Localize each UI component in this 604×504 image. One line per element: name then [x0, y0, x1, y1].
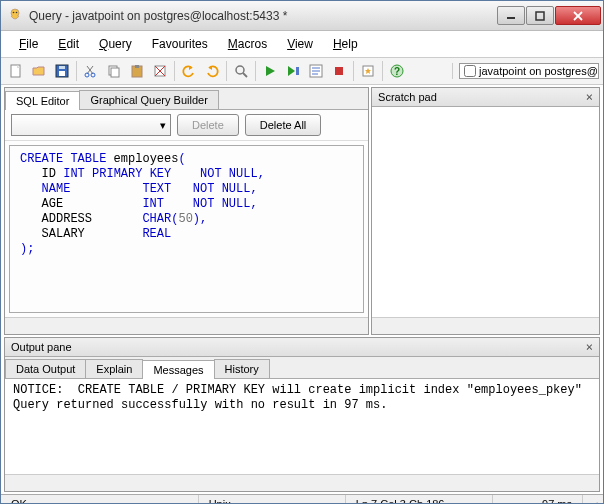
- svg-rect-29: [335, 67, 343, 75]
- scratch-hscrollbar[interactable]: [372, 317, 599, 334]
- svg-rect-16: [111, 68, 119, 77]
- svg-point-2: [16, 11, 18, 13]
- menu-query[interactable]: Query: [91, 35, 140, 53]
- help-icon[interactable]: ?: [386, 60, 408, 82]
- svg-point-1: [13, 11, 15, 13]
- menu-edit[interactable]: Edit: [50, 35, 87, 53]
- minimize-button[interactable]: [497, 6, 525, 25]
- paste-icon[interactable]: [126, 60, 148, 82]
- toolbar: ? javatpoint on postgres@lo: [1, 58, 603, 85]
- close-button[interactable]: [555, 6, 601, 25]
- status-encoding: Unix: [199, 495, 346, 504]
- favourites-icon[interactable]: [357, 60, 379, 82]
- svg-line-23: [243, 73, 247, 77]
- delete-button[interactable]: Delete: [177, 114, 239, 136]
- svg-rect-4: [536, 12, 544, 20]
- save-icon[interactable]: [51, 60, 73, 82]
- resize-grip-icon[interactable]: ◢: [583, 495, 603, 504]
- scratch-pad-close-icon[interactable]: ×: [586, 90, 593, 104]
- delete-all-button[interactable]: Delete All: [245, 114, 321, 136]
- menu-file[interactable]: File: [11, 35, 46, 53]
- find-icon[interactable]: [230, 60, 252, 82]
- explain-icon[interactable]: [305, 60, 327, 82]
- connection-checkbox[interactable]: [464, 65, 476, 77]
- tab-sql-editor[interactable]: SQL Editor: [5, 91, 80, 110]
- output-hscrollbar[interactable]: [5, 474, 599, 491]
- redo-icon[interactable]: [201, 60, 223, 82]
- menu-favourites[interactable]: Favourites: [144, 35, 216, 53]
- svg-rect-10: [59, 66, 65, 69]
- svg-rect-18: [135, 65, 139, 68]
- menu-help[interactable]: Help: [325, 35, 366, 53]
- execute-icon[interactable]: [259, 60, 281, 82]
- connection-selector[interactable]: javatpoint on postgres@lo: [459, 63, 599, 79]
- tab-explain[interactable]: Explain: [85, 359, 143, 378]
- output-pane-close-icon[interactable]: ×: [586, 340, 593, 354]
- menu-macros[interactable]: Macros: [220, 35, 275, 53]
- tab-graphical-query-builder[interactable]: Graphical Query Builder: [79, 90, 218, 109]
- titlebar: Query - javatpoint on postgres@localhost…: [1, 1, 603, 31]
- status-ok: OK.: [1, 495, 199, 504]
- status-cursor: Ln 7 Col 3 Ch 186: [346, 495, 493, 504]
- tab-data-output[interactable]: Data Output: [5, 359, 86, 378]
- editor-hscrollbar[interactable]: [5, 317, 368, 334]
- svg-rect-9: [59, 71, 65, 76]
- open-file-icon[interactable]: [28, 60, 50, 82]
- menu-view[interactable]: View: [279, 35, 321, 53]
- scratch-pad-title: Scratch pad: [378, 91, 437, 103]
- sql-editor-textarea[interactable]: CREATE TABLE employees( ID INT PRIMARY K…: [9, 145, 364, 313]
- connection-label: javatpoint on postgres@lo: [479, 65, 599, 77]
- cancel-query-icon[interactable]: [328, 60, 350, 82]
- svg-point-0: [11, 9, 19, 17]
- window-title: Query - javatpoint on postgres@localhost…: [29, 9, 497, 23]
- clear-icon[interactable]: [149, 60, 171, 82]
- output-pane: Output pane × Data Output Explain Messag…: [4, 337, 600, 492]
- output-tabs: Data Output Explain Messages History: [5, 357, 599, 379]
- scratch-pad-body[interactable]: [372, 107, 599, 317]
- tab-history[interactable]: History: [214, 359, 270, 378]
- svg-point-22: [236, 66, 244, 74]
- svg-text:?: ?: [394, 66, 400, 77]
- history-combo[interactable]: ▾: [11, 114, 171, 136]
- sql-editor-pane: SQL Editor Graphical Query Builder ▾ Del…: [4, 87, 369, 335]
- svg-rect-24: [296, 67, 299, 75]
- maximize-button[interactable]: [526, 6, 554, 25]
- copy-icon[interactable]: [103, 60, 125, 82]
- editor-tabs: SQL Editor Graphical Query Builder: [5, 88, 368, 110]
- status-time: 97 ms: [493, 495, 583, 504]
- app-icon: [7, 8, 23, 24]
- new-file-icon[interactable]: [5, 60, 27, 82]
- scratch-pad-pane: Scratch pad ×: [371, 87, 600, 335]
- output-messages-body[interactable]: NOTICE: CREATE TABLE / PRIMARY KEY will …: [5, 379, 599, 474]
- cut-icon[interactable]: [80, 60, 102, 82]
- menubar: File Edit Query Favourites Macros View H…: [1, 31, 603, 58]
- output-pane-title: Output pane: [11, 341, 72, 353]
- chevron-down-icon: ▾: [160, 119, 166, 132]
- statusbar: OK. Unix Ln 7 Col 3 Ch 186 97 ms ◢: [1, 494, 603, 504]
- execute-pgscript-icon[interactable]: [282, 60, 304, 82]
- tab-messages[interactable]: Messages: [142, 360, 214, 379]
- undo-icon[interactable]: [178, 60, 200, 82]
